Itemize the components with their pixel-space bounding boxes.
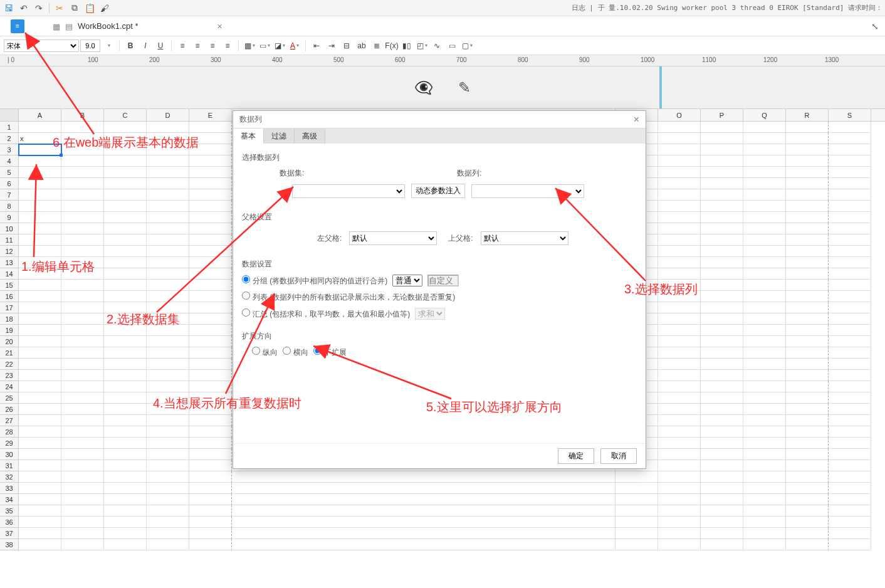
cell[interactable] [147, 122, 189, 133]
cell[interactable] [743, 426, 786, 438]
cell[interactable] [658, 438, 701, 449]
text-icon[interactable]: ab [355, 39, 369, 53]
cell[interactable] [61, 223, 104, 234]
cell[interactable] [147, 415, 189, 426]
cell[interactable] [658, 494, 701, 505]
cell[interactable] [743, 438, 786, 449]
row-header[interactable]: 4 [0, 155, 19, 167]
cell[interactable] [61, 246, 104, 257]
cell[interactable] [189, 313, 232, 325]
cell[interactable] [658, 167, 701, 178]
cell[interactable] [658, 483, 701, 494]
cell[interactable] [232, 483, 615, 494]
cell[interactable] [189, 460, 232, 471]
cell[interactable] [786, 313, 829, 325]
cell[interactable] [61, 438, 104, 449]
cell[interactable] [829, 178, 871, 189]
cell[interactable] [189, 280, 232, 291]
bgcolor-icon[interactable]: ◪ [273, 39, 286, 53]
cell[interactable] [786, 404, 829, 415]
cell[interactable] [104, 471, 147, 483]
cell[interactable] [147, 257, 189, 268]
cell[interactable] [701, 167, 743, 178]
cell[interactable] [189, 471, 232, 483]
cell[interactable] [701, 302, 743, 313]
radio-list[interactable]: 列表 (数据列中的所有数据记录展示出来，无论数据是否重复) [242, 291, 455, 303]
cell[interactable] [701, 189, 743, 201]
cell[interactable] [147, 189, 189, 201]
cell[interactable] [232, 494, 615, 505]
radio-expand-v[interactable]: 纵向 [252, 347, 278, 358]
cell[interactable] [189, 438, 232, 449]
cut-icon[interactable]: ✂ [53, 2, 66, 14]
underline-icon[interactable]: U [154, 39, 167, 53]
cell[interactable] [658, 426, 701, 438]
tab-filter[interactable]: 过滤 [264, 129, 295, 144]
left-parent-select[interactable]: 默认 [349, 231, 437, 245]
cell[interactable] [147, 167, 189, 178]
row-header[interactable]: 22 [0, 359, 19, 370]
col-header[interactable]: Q [743, 109, 786, 121]
cell[interactable] [658, 178, 701, 189]
cell[interactable] [61, 257, 104, 268]
cell[interactable] [147, 313, 189, 325]
cell[interactable] [147, 370, 189, 381]
cell[interactable] [104, 370, 147, 381]
radio-group[interactable]: 分组 (将数据列中相同内容的值进行合并) [242, 275, 387, 286]
cell[interactable] [786, 144, 829, 155]
cell[interactable] [829, 438, 871, 449]
group-mode-select[interactable]: 普通 [392, 275, 422, 286]
cell[interactable] [104, 404, 147, 415]
cell[interactable] [147, 517, 189, 528]
row-header[interactable]: 29 [0, 438, 19, 449]
cell[interactable] [104, 359, 147, 370]
undo-icon[interactable]: ↶ [18, 2, 30, 14]
cell[interactable] [19, 167, 61, 178]
cell[interactable] [104, 144, 147, 155]
cell[interactable] [147, 178, 189, 189]
pencil-icon[interactable]: ✎ [458, 79, 471, 97]
cell[interactable] [786, 201, 829, 212]
cell[interactable] [829, 359, 871, 370]
cell[interactable] [61, 325, 104, 336]
cell[interactable] [658, 505, 701, 517]
cell[interactable] [701, 460, 743, 471]
cell[interactable] [104, 539, 147, 550]
cell[interactable] [104, 280, 147, 291]
row-header[interactable]: 27 [0, 415, 19, 426]
radio-summary[interactable]: 汇总 (包括求和，取平均数，最大值和最小值等) [242, 308, 410, 320]
cell[interactable] [829, 133, 871, 144]
cell[interactable] [232, 539, 615, 550]
cell[interactable] [701, 370, 743, 381]
cell[interactable] [829, 505, 871, 517]
cell[interactable]: x [19, 133, 61, 144]
cell[interactable] [658, 325, 701, 336]
row-header[interactable]: 36 [0, 517, 19, 528]
cell[interactable] [147, 325, 189, 336]
cell[interactable] [658, 291, 701, 302]
row-header[interactable]: 12 [0, 246, 19, 257]
cell[interactable] [147, 246, 189, 257]
cell[interactable] [61, 302, 104, 313]
cell[interactable] [658, 155, 701, 167]
cell[interactable] [743, 302, 786, 313]
cell[interactable] [104, 212, 147, 223]
cell[interactable] [19, 471, 61, 483]
cell[interactable] [743, 517, 786, 528]
cell[interactable] [701, 122, 743, 133]
cell[interactable] [829, 234, 871, 246]
row-header[interactable]: 23 [0, 370, 19, 381]
cell[interactable] [189, 483, 232, 494]
cell[interactable] [104, 392, 147, 404]
cell[interactable] [658, 359, 701, 370]
border-icon[interactable]: ▦ [243, 39, 256, 53]
paste-icon[interactable]: 📋 [83, 2, 96, 14]
cell[interactable] [147, 494, 189, 505]
cell[interactable] [19, 528, 61, 539]
cell[interactable] [701, 212, 743, 223]
cell[interactable] [189, 268, 232, 280]
cell[interactable] [61, 280, 104, 291]
merge-icon[interactable]: ▭ [258, 39, 271, 53]
cell[interactable] [743, 268, 786, 280]
cell[interactable] [147, 144, 189, 155]
